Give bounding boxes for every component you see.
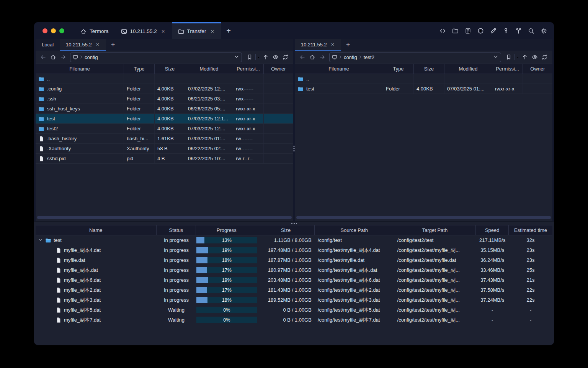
close-tab-icon[interactable]: ×	[95, 41, 100, 48]
home-button[interactable]	[49, 53, 58, 62]
column-header-filename[interactable]: Filename	[36, 64, 124, 74]
column-header-size[interactable]: Size	[257, 225, 315, 235]
edit-button[interactable]	[488, 26, 498, 36]
back-button[interactable]	[39, 53, 48, 62]
parent-directory-button[interactable]	[520, 53, 529, 62]
panel-tab-10-211-55-2[interactable]: 10.211.55.2×	[295, 39, 341, 51]
record-button[interactable]	[475, 26, 485, 36]
transfer-row[interactable]: myfile.datIn progress18%187.87MB / 1.00G…	[36, 255, 552, 265]
column-header-progress[interactable]: Progress	[196, 225, 257, 235]
size-cell: 4 B	[155, 154, 185, 163]
table-row[interactable]: .XauthorityXauthority58 B06/22/2025 02:.…	[36, 144, 293, 154]
permissions-cell: rwx------	[233, 94, 264, 104]
transfer-row[interactable]: myfile_副本2.datIn progress17%181.43MB / 1…	[36, 285, 552, 295]
new-panel-tab-button[interactable]: +	[106, 39, 120, 51]
table-row[interactable]: .sshFolder4.00KB06/21/2025 03:...rwx----…	[36, 94, 293, 104]
transfer-row[interactable]: myfile_副本.datIn progress17%180.97MB / 1.…	[36, 265, 552, 275]
bookmark-button[interactable]	[504, 53, 519, 62]
column-header-target-path[interactable]: Target Path	[394, 225, 476, 235]
close-tab-icon[interactable]: ×	[161, 28, 166, 34]
key-button[interactable]	[501, 26, 511, 36]
keychain-button[interactable]	[513, 26, 523, 36]
refresh-button[interactable]	[540, 53, 549, 62]
speed-cell: -	[476, 305, 509, 315]
search-button[interactable]	[526, 26, 536, 36]
column-header-filename[interactable]: Filename	[295, 64, 383, 74]
show-hidden-button[interactable]	[271, 53, 280, 62]
bookmark-dropdown-icon[interactable]	[516, 54, 519, 61]
folder-file-icon	[38, 126, 44, 132]
column-header-permissi[interactable]: Permissi...	[233, 64, 264, 74]
bookmark-button[interactable]	[245, 53, 260, 62]
arrow-left-icon	[40, 54, 46, 60]
zoom-window-button[interactable]	[59, 28, 64, 33]
column-header-modified[interactable]: Modified	[185, 64, 233, 74]
transfer-row[interactable]: myfile_副本4.datIn progress19%197.48MB / 1…	[36, 245, 552, 255]
path-breadcrumb[interactable]: config	[70, 53, 242, 62]
column-header-size[interactable]: Size	[414, 64, 444, 74]
refresh-button[interactable]	[281, 53, 290, 62]
breadcrumb-segment[interactable]: config	[85, 54, 98, 60]
table-row[interactable]: testFolder4.00KB07/03/2025 01:...rwxr-xr…	[295, 84, 552, 94]
column-header-owner[interactable]: Owner	[523, 64, 552, 74]
breadcrumb-segment[interactable]: test2	[364, 54, 374, 60]
code-button[interactable]	[438, 26, 448, 36]
show-hidden-button[interactable]	[530, 53, 539, 62]
column-header-status[interactable]: Status	[157, 225, 196, 235]
transfer-row[interactable]: testIn progress13%1.11GB / 8.00GB/config…	[36, 235, 552, 245]
table-row[interactable]: test2Folder4.00KB07/03/2025 12:...rwxr-x…	[36, 124, 293, 134]
column-header-permissi[interactable]: Permissi...	[492, 64, 523, 74]
log-button[interactable]	[463, 26, 473, 36]
transfer-row[interactable]: myfile_副本5.datWaiting0%0 B / 1.00GB/conf…	[36, 305, 552, 315]
parent-directory-button[interactable]	[261, 53, 270, 62]
new-panel-tab-button[interactable]: +	[341, 39, 355, 51]
transfer-row[interactable]: myfile_副本6.datIn progress19%203.48MB / 1…	[36, 275, 552, 285]
path-breadcrumb[interactable]: configtest2	[329, 53, 501, 62]
table-row[interactable]: .bash_historybash_hi...1.61KB07/03/2025 …	[36, 134, 293, 144]
column-header-size[interactable]: Size	[155, 64, 185, 74]
horizontal-scrollbar[interactable]	[37, 216, 292, 219]
table-row[interactable]: .configFolder4.00KB07/02/2025 12:...rwx-…	[36, 84, 293, 94]
column-header-type[interactable]: Type	[124, 64, 155, 74]
panel-tab-local[interactable]: Local	[36, 39, 60, 51]
column-header-estimated-time[interactable]: Estimated time	[509, 225, 552, 235]
settings-button[interactable]	[539, 26, 549, 36]
bookmark-dropdown-icon[interactable]	[257, 54, 260, 61]
column-header-modified[interactable]: Modified	[444, 64, 492, 74]
folder-button[interactable]	[450, 26, 460, 36]
table-row[interactable]: ..	[295, 74, 552, 84]
close-tab-icon[interactable]: ×	[330, 41, 335, 48]
forward-button[interactable]	[318, 53, 327, 62]
column-header-source-path[interactable]: Source Path	[315, 225, 394, 235]
title-tab-transfer[interactable]: Transfer×	[172, 22, 221, 39]
path-dropdown-icon[interactable]	[493, 54, 498, 61]
table-row[interactable]: ..	[36, 74, 293, 84]
title-tab-10-211-55-2[interactable]: 10.211.55.2×	[115, 22, 172, 39]
forward-button[interactable]	[59, 53, 68, 62]
column-header-speed[interactable]: Speed	[476, 225, 509, 235]
transfer-row[interactable]: myfile_副本7.datWaiting0%0 B / 1.00GB/conf…	[36, 315, 552, 325]
expand-chevron-icon[interactable]	[38, 237, 43, 243]
transfer-row[interactable]: myfile_副本3.datIn progress18%189.52MB / 1…	[36, 295, 552, 305]
back-button[interactable]	[298, 53, 307, 62]
panel-tab-bar: 10.211.55.2×+	[295, 39, 552, 51]
minimize-window-button[interactable]	[51, 28, 56, 33]
table-row[interactable]: sshd.pidpid4 B06/22/2025 10:...rw-r--r--	[36, 154, 293, 164]
breadcrumb-segment[interactable]: config	[344, 54, 357, 60]
column-header-name[interactable]: Name	[36, 225, 157, 235]
title-tab-termora[interactable]: Termora	[74, 22, 115, 39]
close-window-button[interactable]	[42, 28, 47, 33]
path-dropdown-icon[interactable]	[234, 54, 239, 61]
owner-cell	[523, 84, 552, 94]
modified-cell: 07/03/2025 01:...	[185, 134, 233, 143]
home-button[interactable]	[308, 53, 317, 62]
column-header-type[interactable]: Type	[383, 64, 414, 74]
horizontal-scrollbar[interactable]	[296, 216, 551, 219]
column-header-owner[interactable]: Owner	[264, 64, 293, 74]
panel-tab-10-211-55-2[interactable]: 10.211.55.2×	[60, 39, 106, 51]
new-tab-button[interactable]: +	[221, 22, 236, 39]
close-tab-icon[interactable]: ×	[210, 28, 215, 34]
table-row[interactable]: ssh_host_keysFolder4.00KB06/26/2025 05:.…	[36, 104, 293, 114]
table-row[interactable]: testFolder4.00KB07/03/2025 12:1...rwxr-x…	[36, 114, 293, 124]
transfer-splitter[interactable]	[34, 221, 554, 225]
